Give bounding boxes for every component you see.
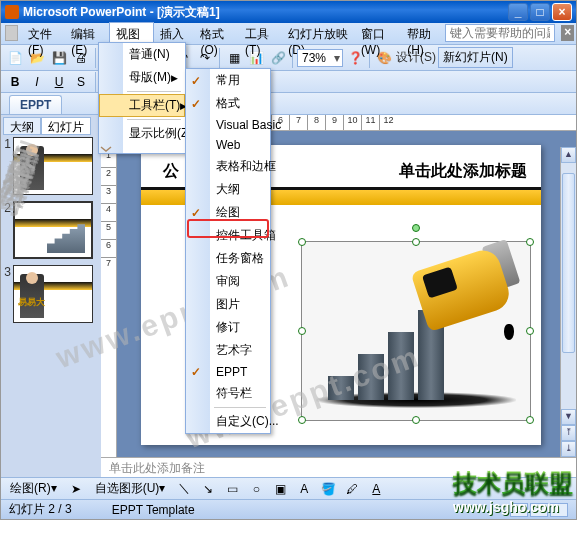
menu-format[interactable]: 格式(O) xyxy=(194,23,239,44)
tab-eppt[interactable]: EPPT xyxy=(9,95,62,114)
line-color-icon[interactable]: 🖊 xyxy=(342,479,362,499)
menu-item-zoom[interactable]: 显示比例(Z)... xyxy=(99,122,185,145)
table-icon[interactable]: ▦ xyxy=(224,48,244,68)
template-name: EPPT Template xyxy=(112,503,195,517)
menu-item-master[interactable]: 母版(M)▶ xyxy=(99,66,185,89)
resize-handle[interactable] xyxy=(412,416,420,424)
window-title: Microsoft PowerPoint - [演示文稿1] xyxy=(23,4,506,21)
submenu-outline[interactable]: 大纲 xyxy=(186,178,270,201)
shadow-icon[interactable]: S xyxy=(71,72,91,92)
thumb-number: 1 xyxy=(3,137,13,195)
autoshapes-menu[interactable]: 自选图形(U)▾ xyxy=(90,478,171,499)
thumbnail-1[interactable] xyxy=(13,137,93,195)
scroll-down-icon[interactable]: ▼ xyxy=(561,409,576,425)
submenu-web[interactable]: Web xyxy=(186,135,270,155)
next-slide-icon[interactable]: ⤓ xyxy=(561,441,576,457)
edit-pane: 321123456789101112 11234567 公 单击此处添加标题 xyxy=(101,115,576,477)
wordart-icon[interactable]: A xyxy=(294,479,314,499)
submenu-drawing[interactable]: ✓绘图 xyxy=(186,201,270,224)
select-icon[interactable]: ➤ xyxy=(66,479,86,499)
workarea: 大纲 幻灯片 1 2 3 xyxy=(1,115,576,477)
menu-item-toolbars[interactable]: 工具栏(T)▶ xyxy=(99,94,185,117)
close-document-button[interactable]: × xyxy=(561,25,574,41)
save-icon[interactable]: 💾 xyxy=(49,48,69,68)
menu-help[interactable]: 帮助(H) xyxy=(401,23,445,44)
resize-handle[interactable] xyxy=(526,416,534,424)
menu-edit[interactable]: 编辑(E) xyxy=(65,23,109,44)
scroll-thumb[interactable] xyxy=(562,173,575,353)
fill-color-icon[interactable]: 🪣 xyxy=(318,479,338,499)
resize-handle[interactable] xyxy=(526,327,534,335)
overlay-en: www.jsgho.com xyxy=(453,499,573,515)
menu-insert[interactable]: 插入(I) xyxy=(154,23,194,44)
image-content xyxy=(312,252,520,410)
resize-handle[interactable] xyxy=(298,416,306,424)
submenu-wordart[interactable]: 艺术字 xyxy=(186,339,270,362)
font-color-icon[interactable]: A xyxy=(366,479,386,499)
slide-thumbnails: 1 2 3 易易大 xyxy=(3,135,99,475)
prev-slide-icon[interactable]: ⤒ xyxy=(561,425,576,441)
menu-expand[interactable] xyxy=(99,145,185,153)
hyperlink-icon[interactable]: 🔗 xyxy=(268,48,288,68)
submenu-vb[interactable]: Visual Basic xyxy=(186,115,270,135)
overlay-cn: 技术员联盟 xyxy=(453,467,573,499)
selected-image[interactable] xyxy=(301,241,531,421)
bold-icon[interactable]: B xyxy=(5,72,25,92)
overlay-logo: 技术员联盟 www.jsgho.com xyxy=(453,467,573,515)
resize-handle[interactable] xyxy=(298,238,306,246)
submenu-eppt[interactable]: ✓EPPT xyxy=(186,362,270,382)
rectangle-icon[interactable]: ▭ xyxy=(222,479,242,499)
submenu-task-pane[interactable]: 任务窗格 xyxy=(186,247,270,270)
close-button[interactable]: × xyxy=(552,3,572,21)
slide-title-placeholder[interactable]: 单击此处添加标题 xyxy=(399,161,527,182)
submenu-reviewing[interactable]: 审阅 xyxy=(186,270,270,293)
minimize-button[interactable]: _ xyxy=(508,3,528,21)
vertical-scrollbar[interactable]: ▲ ▼ ⤒ ⤓ xyxy=(560,147,576,457)
menubar: 文件(F) 编辑(E) 视图(V) 插入(I) 格式(O) 工具(T) 幻灯片放… xyxy=(1,23,576,45)
submenu-formatting[interactable]: ✓格式 xyxy=(186,92,270,115)
menu-view[interactable]: 视图(V) xyxy=(109,22,155,44)
italic-icon[interactable]: I xyxy=(27,72,47,92)
menu-file[interactable]: 文件(F) xyxy=(22,23,65,44)
submenu-control-toolbox[interactable]: 控件工具箱 xyxy=(186,224,270,247)
rotate-handle[interactable] xyxy=(412,224,420,232)
control-icon[interactable] xyxy=(5,25,18,41)
slide-indicator: 幻灯片 2 / 3 xyxy=(9,501,72,518)
thumbnail-2[interactable] xyxy=(13,201,93,259)
submenu-customize[interactable]: 自定义(C)... xyxy=(186,410,270,433)
submenu-picture[interactable]: 图片 xyxy=(186,293,270,316)
titlebar: Microsoft PowerPoint - [演示文稿1] _ □ × xyxy=(1,1,576,23)
help-search-input[interactable] xyxy=(445,24,555,42)
thumbnail-3[interactable]: 易易大 xyxy=(13,265,93,323)
underline-icon[interactable]: U xyxy=(49,72,69,92)
menu-slideshow[interactable]: 幻灯片放映(D) xyxy=(282,23,355,44)
textbox-icon[interactable]: ▣ xyxy=(270,479,290,499)
app-icon xyxy=(5,5,19,19)
draw-menu[interactable]: 绘图(R)▾ xyxy=(5,478,62,499)
new-slide-button[interactable]: 新幻灯片(N) xyxy=(438,47,513,68)
scroll-up-icon[interactable]: ▲ xyxy=(561,147,576,163)
vertical-ruler: 11234567 xyxy=(101,131,117,457)
submenu-tables-borders[interactable]: 表格和边框 xyxy=(186,155,270,178)
resize-handle[interactable] xyxy=(412,238,420,246)
oval-icon[interactable]: ○ xyxy=(246,479,266,499)
tab-eppt-label: EPPT xyxy=(20,98,51,112)
thumb-text: 易易大 xyxy=(18,296,45,309)
submenu-revisions[interactable]: 修订 xyxy=(186,316,270,339)
resize-handle[interactable] xyxy=(526,238,534,246)
toolbars-submenu: ✓常用 ✓格式 Visual Basic Web 表格和边框 大纲 ✓绘图 控件… xyxy=(185,68,271,434)
menu-tools[interactable]: 工具(T) xyxy=(239,23,282,44)
maximize-button[interactable]: □ xyxy=(530,3,550,21)
menu-window[interactable]: 窗口(W) xyxy=(355,23,401,44)
resize-handle[interactable] xyxy=(298,327,306,335)
line-icon[interactable]: ＼ xyxy=(174,479,194,499)
submenu-symbol-bar[interactable]: 符号栏 xyxy=(186,382,270,405)
outline-tab-slides[interactable]: 幻灯片 xyxy=(41,117,91,135)
zoom-select[interactable]: 73% xyxy=(297,49,343,67)
thumb-number: 2 xyxy=(3,201,13,259)
new-icon[interactable]: 📄 xyxy=(5,48,25,68)
arrow-icon[interactable]: ↘ xyxy=(198,479,218,499)
menu-item-normal[interactable]: 普通(N) xyxy=(99,43,185,66)
outline-tab-outline[interactable]: 大纲 xyxy=(3,117,41,135)
submenu-standard[interactable]: ✓常用 xyxy=(186,69,270,92)
